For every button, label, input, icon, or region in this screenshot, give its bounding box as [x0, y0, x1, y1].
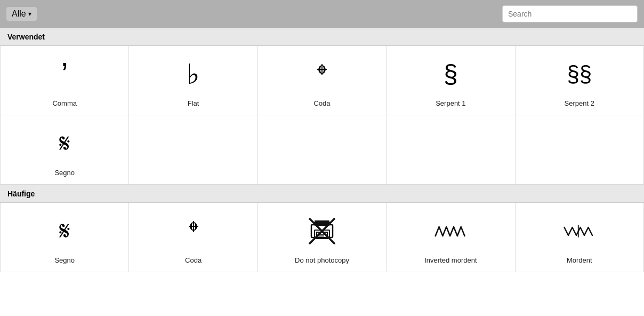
- top-bar: Alle: [0, 0, 644, 28]
- mordent-label: Mordent: [567, 256, 592, 264]
- symbol-cell-mordent[interactable]: Mordent: [516, 203, 644, 272]
- dnp-label: Do not photocopy: [295, 256, 349, 264]
- serpent1-glyph: §: [444, 56, 458, 93]
- empty-cell-1: [129, 115, 257, 185]
- alle-label: Alle: [12, 9, 26, 19]
- symbol-cell-serpent1[interactable]: § Serpent 1: [387, 46, 515, 115]
- segno2-glyph: 𝄋: [59, 212, 70, 250]
- flat-glyph: ♭: [187, 56, 200, 93]
- empty-cell-2: [258, 115, 387, 185]
- serpent1-label: Serpent 1: [436, 99, 465, 107]
- section-verwendet: Verwendet: [0, 28, 644, 46]
- haeufige-grid: 𝄋 Segno 𝄌 Coda Do not photocopy: [0, 203, 644, 272]
- segno-glyph: 𝄋: [59, 125, 70, 162]
- coda2-glyph: 𝄌: [189, 212, 198, 250]
- symbol-cell-flat[interactable]: ♭ Flat: [129, 46, 257, 115]
- dnp-glyph: [306, 212, 338, 250]
- flat-label: Flat: [188, 99, 199, 107]
- symbol-cell-comma[interactable]: ’ Comma: [1, 46, 129, 115]
- empty-cell-3: [387, 115, 515, 185]
- symbol-cell-inv-mordent[interactable]: Inverted mordent: [387, 203, 515, 272]
- coda-label: Coda: [313, 99, 330, 107]
- search-input[interactable]: [502, 5, 638, 22]
- symbol-cell-coda[interactable]: 𝄌 Coda: [258, 46, 387, 115]
- empty-cell-4: [516, 115, 644, 185]
- serpent2-label: Serpent 2: [565, 99, 594, 107]
- inv-mordent-label: Inverted mordent: [424, 256, 477, 264]
- inv-mordent-glyph: [434, 212, 466, 250]
- symbol-cell-dnp[interactable]: Do not photocopy: [258, 203, 387, 272]
- symbol-cell-coda2[interactable]: 𝄌 Coda: [129, 203, 257, 272]
- comma-label: Comma: [52, 99, 77, 107]
- symbol-cell-segno2[interactable]: 𝄋 Segno: [1, 203, 129, 272]
- segno2-label: Segno: [54, 256, 75, 264]
- coda-glyph: 𝄌: [317, 56, 327, 93]
- alle-dropdown[interactable]: Alle: [6, 7, 37, 21]
- comma-glyph: ’: [61, 56, 68, 93]
- symbol-cell-serpent2[interactable]: §§ Serpent 2: [516, 46, 644, 115]
- verwendet-grid: ’ Comma ♭ Flat 𝄌 Coda § Serpent 1 §§ Ser…: [0, 46, 644, 185]
- coda2-label: Coda: [185, 256, 202, 264]
- section-haeufige: Häufige: [0, 185, 644, 203]
- segno-label: Segno: [54, 169, 75, 177]
- serpent2-glyph: §§: [567, 56, 592, 93]
- mordent-glyph: [564, 212, 595, 250]
- symbol-cell-segno[interactable]: 𝄋 Segno: [1, 115, 129, 185]
